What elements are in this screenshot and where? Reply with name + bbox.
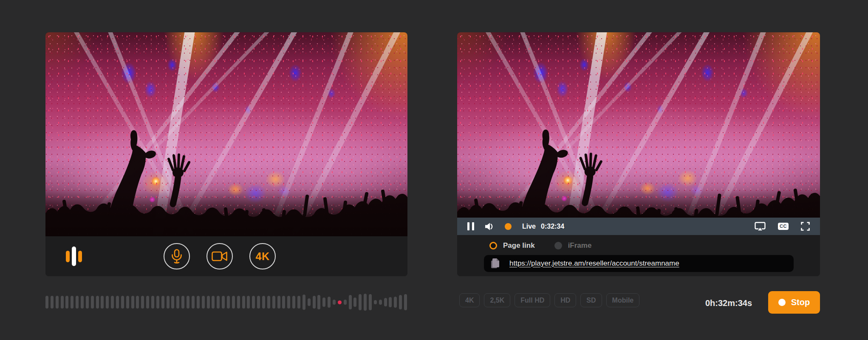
quality-button-4k[interactable]: 4K xyxy=(459,293,480,307)
waveform-bar xyxy=(86,296,89,309)
waveform-bar xyxy=(252,296,255,309)
waveform-bar xyxy=(287,296,290,309)
waveform-bar xyxy=(187,296,189,309)
waveform-bar xyxy=(349,295,352,309)
live-player-panel: Live 0:32:34 CC xyxy=(457,32,820,276)
waveform-bar xyxy=(111,296,114,309)
waveform-bar xyxy=(197,296,200,309)
waveform-bar xyxy=(151,296,154,309)
waveform-bar xyxy=(369,294,372,310)
stop-label: Stop xyxy=(791,298,810,307)
waveform-bar xyxy=(359,294,362,310)
waveform-bar xyxy=(374,300,377,304)
waveform-bar xyxy=(257,296,260,309)
waveform-bar xyxy=(131,296,134,309)
waveform-bar xyxy=(116,296,119,309)
waveform-bar xyxy=(126,296,129,309)
waveform-bar xyxy=(303,295,305,310)
waveform-bar xyxy=(146,296,149,309)
waveform-bar xyxy=(384,298,387,306)
audio-level-meter-icon xyxy=(66,246,82,266)
waveform-bar xyxy=(222,296,225,309)
crowd-silhouette xyxy=(45,32,407,236)
waveform-bar xyxy=(76,296,79,309)
volume-button[interactable] xyxy=(485,222,494,231)
waveform-bar xyxy=(61,296,64,309)
waveform-bar xyxy=(267,296,270,309)
player-control-bar: Live 0:32:34 CC xyxy=(457,218,820,235)
waveform-bar xyxy=(262,296,265,309)
share-option-page-link[interactable]: Page link xyxy=(489,241,535,250)
waveform-bar xyxy=(379,300,382,305)
radio-unselected-icon[interactable] xyxy=(554,242,562,249)
waveform-bar xyxy=(292,296,295,309)
stream-time: 0:32:34 xyxy=(541,223,564,230)
quality-button-hd[interactable]: HD xyxy=(554,293,576,307)
waveform-bar xyxy=(96,296,99,309)
waveform-bar xyxy=(141,296,144,309)
waveform-bar xyxy=(217,296,220,309)
waveform-bar xyxy=(232,296,235,309)
waveform-bar xyxy=(394,297,397,308)
closed-captions-button[interactable]: CC xyxy=(778,223,789,230)
waveform-bar xyxy=(121,296,124,309)
waveform-bar xyxy=(91,296,94,309)
fullscreen-button[interactable] xyxy=(801,222,810,231)
pause-button[interactable] xyxy=(467,222,474,230)
waveform-bar xyxy=(282,296,285,309)
waveform-bar xyxy=(212,296,215,309)
waveform-bar xyxy=(328,297,331,308)
preview-video xyxy=(45,32,407,236)
waveform-bar xyxy=(237,296,240,309)
recording-indicator-dot xyxy=(505,223,512,230)
waveform-bar xyxy=(207,296,210,309)
share-option-iframe[interactable]: iFrame xyxy=(554,241,592,250)
airplay-icon[interactable] xyxy=(755,222,766,231)
quality-4k-label: 4K xyxy=(256,250,270,263)
camera-button[interactable] xyxy=(206,243,233,269)
quality-options: 4K2,5KFull HDHDSDMobile xyxy=(459,293,639,307)
copy-icon[interactable] xyxy=(491,258,500,269)
waveform-bar xyxy=(202,296,205,309)
audio-waveform xyxy=(45,293,407,312)
stop-dot-icon xyxy=(778,299,786,306)
waveform-bar xyxy=(176,296,179,309)
stream-url-link[interactable]: https://player.jetstre.am/reseller/accou… xyxy=(509,259,679,268)
waveform-bar xyxy=(272,296,275,309)
waveform-bar xyxy=(317,295,320,309)
waveform-position-dot xyxy=(338,300,342,304)
waveform-bar xyxy=(106,296,109,309)
waveform-bar xyxy=(161,296,164,309)
preview-panel: 4K xyxy=(45,32,407,276)
microphone-icon xyxy=(171,249,182,264)
waveform-bar xyxy=(56,296,59,309)
waveform-bar xyxy=(156,296,159,309)
stream-url-box: https://player.jetstre.am/reseller/accou… xyxy=(484,255,794,272)
radio-selected-icon[interactable] xyxy=(489,242,497,249)
waveform-bar xyxy=(171,296,174,309)
quality-button-mobile[interactable]: Mobile xyxy=(606,293,640,307)
waveform-bar xyxy=(364,294,367,311)
quality-button-full-hd[interactable]: Full HD xyxy=(515,293,550,307)
waveform-bar xyxy=(167,296,170,309)
waveform-bar xyxy=(277,296,280,309)
waveform-bar xyxy=(399,295,402,309)
waveform-bar xyxy=(322,298,325,307)
quality-button-sd[interactable]: SD xyxy=(580,293,602,307)
share-panel: Page link iFrame https://player.jetstre.… xyxy=(457,235,820,276)
share-option-label: iFrame xyxy=(568,241,592,250)
quality-4k-button[interactable]: 4K xyxy=(249,243,276,269)
waveform-bar xyxy=(101,296,104,309)
stop-button[interactable]: Stop xyxy=(768,291,820,314)
live-label: Live xyxy=(522,223,536,230)
waveform-bar xyxy=(227,296,230,309)
share-option-label: Page link xyxy=(503,241,535,250)
waveform-bar xyxy=(71,296,74,309)
video-camera-icon xyxy=(212,251,228,262)
waveform-bar xyxy=(136,296,139,309)
microphone-button[interactable] xyxy=(164,243,190,269)
waveform-bar xyxy=(404,294,407,310)
capture-controls-bar: 4K xyxy=(45,236,407,276)
quality-button-2-5k[interactable]: 2,5K xyxy=(484,293,510,307)
live-video xyxy=(457,32,820,235)
